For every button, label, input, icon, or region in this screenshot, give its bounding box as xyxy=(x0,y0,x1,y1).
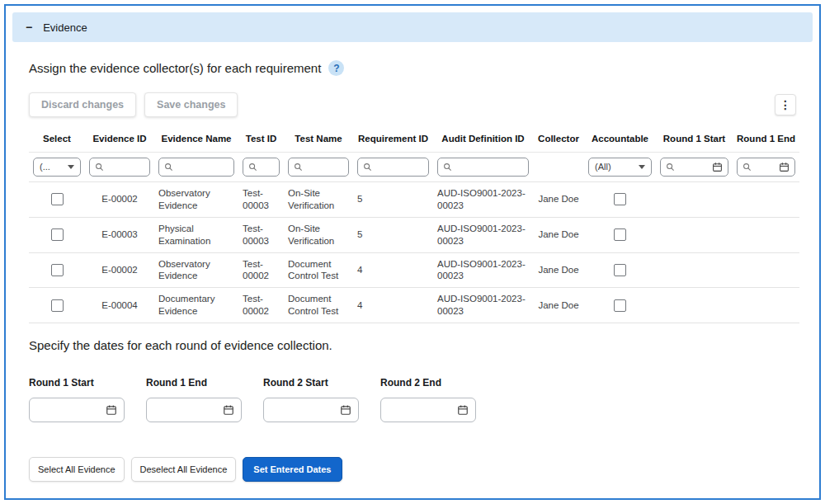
evidence-id-cell: E-00004 xyxy=(85,288,154,323)
set-entered-dates-button[interactable]: Set Entered Dates xyxy=(243,457,342,482)
deselect-all-evidence-button[interactable]: Deselect All Evidence xyxy=(131,457,237,482)
column-header-audit-definition-id[interactable]: Audit Definition ID xyxy=(433,127,533,152)
column-header-collector[interactable]: Collector xyxy=(533,127,584,152)
calendar-icon xyxy=(457,404,469,416)
round1-start-cell xyxy=(656,252,733,288)
round1-start-date-input[interactable] xyxy=(36,404,106,416)
help-icon[interactable]: ? xyxy=(328,60,344,76)
round2-end-date-input[interactable] xyxy=(388,404,457,416)
round2-start-date-input[interactable] xyxy=(271,404,340,416)
evidence-id-cell: E-00003 xyxy=(85,217,154,252)
round1-start-date-picker[interactable] xyxy=(29,398,125,422)
select-filter-value: (... xyxy=(40,161,50,172)
audit-definition-id-filter[interactable] xyxy=(437,158,529,177)
evidence-name-cell: Physical Examination xyxy=(154,217,238,252)
calendar-icon xyxy=(712,162,723,172)
panel-title: Evidence xyxy=(43,21,87,34)
section-title: Assign the evidence collector(s) for eac… xyxy=(29,61,321,75)
round2-end-label: Round 2 End xyxy=(380,377,476,389)
round1-end-cell xyxy=(733,181,799,217)
table-row: E-00003 Physical Examination Test-00003 … xyxy=(29,217,799,252)
select-all-evidence-button[interactable]: Select All Evidence xyxy=(29,457,125,482)
column-header-accountable[interactable]: Accountable xyxy=(584,127,656,152)
test-name-filter-input[interactable] xyxy=(307,162,343,172)
round1-end-cell xyxy=(733,288,799,323)
column-header-evidence-id[interactable]: Evidence ID xyxy=(85,127,154,152)
calendar-icon xyxy=(340,404,351,416)
filter-row: (... xyxy=(29,152,799,181)
audit-definition-id-cell: AUD-ISO9001-2023-00023 xyxy=(433,288,533,323)
requirement-id-filter[interactable] xyxy=(357,158,429,177)
collapse-icon[interactable]: − xyxy=(26,21,32,33)
row-select-checkbox[interactable] xyxy=(51,264,64,276)
evidence-id-cell: E-00002 xyxy=(85,181,154,217)
table-row: E-00002 Observatory Evidence Test-00002 … xyxy=(29,252,799,288)
evidence-id-cell: E-00002 xyxy=(85,252,154,288)
collector-filter-empty xyxy=(533,152,584,181)
accountable-filter-dropdown[interactable]: (All) xyxy=(588,158,652,177)
evidence-id-filter-input[interactable] xyxy=(108,162,144,172)
calendar-icon xyxy=(223,404,234,416)
row-select-checkbox[interactable] xyxy=(51,193,64,205)
save-changes-button[interactable]: Save changes xyxy=(144,92,238,117)
grid-toolbar: Discard changes Save changes ⋮ xyxy=(29,92,796,117)
test-name-filter[interactable] xyxy=(288,158,349,177)
round1-end-filter-input[interactable] xyxy=(756,162,775,172)
column-header-requirement-id[interactable]: Requirement ID xyxy=(353,127,433,152)
search-icon xyxy=(742,163,752,172)
round1-start-filter[interactable] xyxy=(660,158,728,177)
kebab-menu-button[interactable]: ⋮ xyxy=(775,94,796,115)
calendar-icon xyxy=(106,404,117,416)
column-header-evidence-name[interactable]: Evidence Name xyxy=(154,127,238,152)
test-name-cell: Document Control Test xyxy=(284,252,353,288)
requirement-id-cell: 4 xyxy=(353,288,433,323)
requirement-id-filter-input[interactable] xyxy=(376,162,423,172)
round1-end-date-picker[interactable] xyxy=(146,398,242,422)
collector-cell: Jane Doe xyxy=(533,288,584,323)
requirement-id-cell: 5 xyxy=(353,217,433,252)
accountable-checkbox[interactable] xyxy=(614,228,626,241)
requirement-id-cell: 4 xyxy=(353,252,433,288)
accountable-checkbox[interactable] xyxy=(614,264,626,276)
row-select-checkbox[interactable] xyxy=(51,299,64,312)
evidence-id-filter[interactable] xyxy=(89,158,150,177)
column-header-test-id[interactable]: Test ID xyxy=(238,127,284,152)
select-filter-dropdown[interactable]: (... xyxy=(33,158,81,177)
round1-start-filter-input[interactable] xyxy=(679,162,708,172)
evidence-panel: − Evidence Assign the evidence collector… xyxy=(4,4,821,500)
audit-definition-id-cell: AUD-ISO9001-2023-00023 xyxy=(433,217,533,252)
evidence-name-filter-input[interactable] xyxy=(177,162,229,172)
search-icon xyxy=(294,163,303,172)
audit-definition-id-cell: AUD-ISO9001-2023-00023 xyxy=(433,181,533,217)
test-id-filter-input[interactable] xyxy=(262,162,274,172)
round1-end-filter[interactable] xyxy=(737,158,795,177)
search-icon xyxy=(666,163,675,172)
column-header-test-name[interactable]: Test Name xyxy=(284,127,353,152)
discard-changes-button[interactable]: Discard changes xyxy=(29,92,136,117)
date-fields: Round 1 Start Round 1 End Round 2 Start xyxy=(29,377,796,422)
round2-start-date-picker[interactable] xyxy=(263,398,359,422)
evidence-name-filter[interactable] xyxy=(158,158,234,177)
requirement-id-cell: 5 xyxy=(353,181,433,217)
test-id-filter[interactable] xyxy=(243,158,280,177)
round1-start-cell xyxy=(656,288,733,323)
evidence-section-header[interactable]: − Evidence xyxy=(12,12,813,42)
round1-start-cell xyxy=(656,181,733,217)
column-header-round1-start[interactable]: Round 1 Start xyxy=(656,127,733,152)
evidence-name-cell: Observatory Evidence xyxy=(154,181,238,217)
evidence-name-cell: Observatory Evidence xyxy=(154,252,238,288)
header-row: Select Evidence ID Evidence Name Test ID… xyxy=(29,127,799,152)
accountable-checkbox[interactable] xyxy=(614,299,626,312)
audit-definition-id-filter-input[interactable] xyxy=(456,162,523,172)
round2-end-date-picker[interactable] xyxy=(380,398,476,422)
search-icon xyxy=(164,163,173,172)
column-header-select[interactable]: Select xyxy=(29,127,85,152)
action-buttons: Select All Evidence Deselect All Evidenc… xyxy=(29,457,796,482)
table-row: E-00004 Documentary Evidence Test-00002 … xyxy=(29,288,799,323)
chevron-down-icon xyxy=(68,165,74,169)
column-header-round1-end[interactable]: Round 1 End xyxy=(733,127,799,152)
round1-end-date-input[interactable] xyxy=(153,404,223,416)
row-select-checkbox[interactable] xyxy=(51,228,64,241)
accountable-checkbox[interactable] xyxy=(614,193,626,205)
panel-content: Assign the evidence collector(s) for eac… xyxy=(6,60,819,482)
